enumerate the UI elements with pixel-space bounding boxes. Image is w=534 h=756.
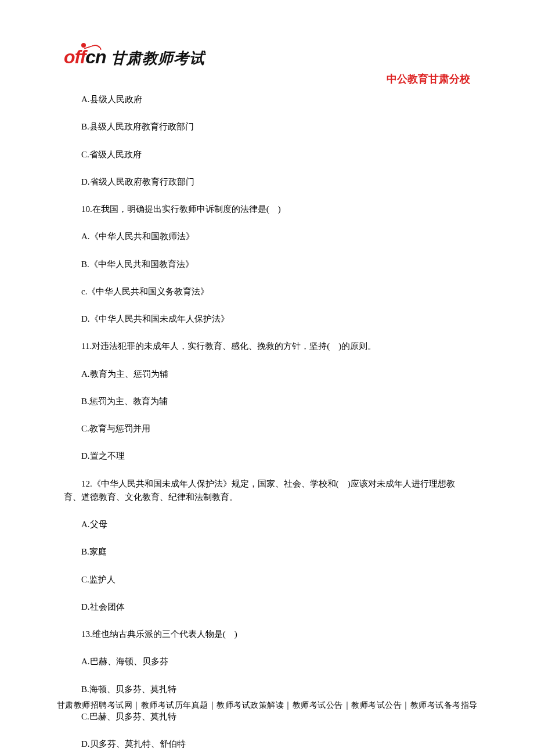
option-text: B.海顿、贝多芬、莫扎特 [64,683,470,696]
option-text: c.《中华人民共和国义务教育法》 [64,285,470,298]
brand-logo: offcn [64,46,106,68]
option-text: B.惩罚为主、教育为辅 [64,395,470,408]
page-content: offcn 甘肃教师考试 中公教育甘肃分校 A.县级人民政府 B.县级人民政府教… [0,0,534,756]
option-text: B.《中华人民共和国教育法》 [64,258,470,271]
page-footer: 甘肃教师招聘考试网｜教师考试历年真题｜教师考试政策解读｜教师考试公告｜教师考试公… [0,700,534,711]
option-text: C.教育与惩罚并用 [64,422,470,435]
question-text: 13.维也纳古典乐派的三个代表人物是( ) [64,628,470,641]
question-text: 11.对违法犯罪的未成年人，实行教育、感化、挽救的方针，坚持( )的原则。 [64,340,470,353]
option-text: A.县级人民政府 [64,93,470,106]
option-text: D.《中华人民共和国未成年人保护法》 [64,312,470,326]
option-text: C.省级人民政府 [64,148,470,161]
option-text: D.社会团体 [64,600,470,614]
question-text: 12.《中华人民共和国未成年人保护法》规定，国家、社会、学校和( )应该对未成年… [64,477,470,505]
brand-cn-text: 甘肃教师考试 [111,48,205,69]
document-body: A.县级人民政府 B.县级人民政府教育行政部门 C.省级人民政府 D.省级人民政… [64,93,470,756]
option-text: C.巴赫、贝多芬、莫扎特 [64,710,470,723]
option-text: D.贝多芬、莫扎特、舒伯特 [64,737,470,751]
option-text: D.省级人民政府教育行政部门 [64,175,470,189]
brand-red-text: off [64,46,85,67]
option-text: B.家庭 [64,545,470,559]
option-text: A.巴赫、海顿、贝多芬 [64,655,470,668]
option-text: A.《中华人民共和国教师法》 [64,230,470,243]
question-text: 10.在我国，明确提出实行教师申诉制度的法律是( ) [64,203,470,216]
logo-area: offcn 甘肃教师考试 [64,46,470,69]
option-text: A.教育为主、惩罚为辅 [64,368,470,381]
option-text: B.县级人民政府教育行政部门 [64,120,470,134]
header-subtitle: 中公教育甘肃分校 [64,72,470,86]
option-text: A.父母 [64,518,470,531]
option-text: C.监护人 [64,573,470,586]
option-text: D.置之不理 [64,449,470,463]
